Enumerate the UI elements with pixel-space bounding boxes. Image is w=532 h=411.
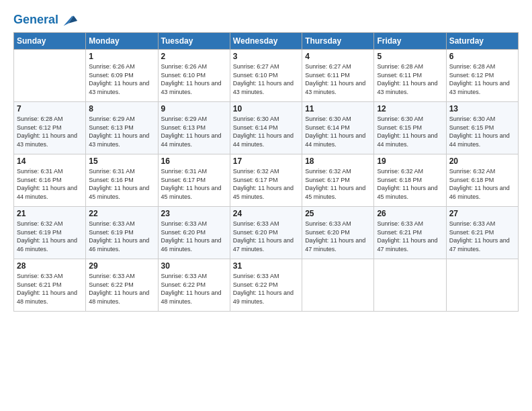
day-number: 5 <box>377 52 443 61</box>
calendar-cell: 9Sunrise: 6:29 AMSunset: 6:13 PMDaylight… <box>158 102 230 154</box>
calendar-cell: 18Sunrise: 6:32 AMSunset: 6:17 PMDayligh… <box>302 154 374 207</box>
calendar-cell: 10Sunrise: 6:30 AMSunset: 6:14 PMDayligh… <box>230 102 302 154</box>
calendar-cell <box>14 50 86 102</box>
day-info: Sunrise: 6:31 AMSunset: 6:17 PMDaylight:… <box>161 167 227 201</box>
day-info: Sunrise: 6:30 AMSunset: 6:14 PMDaylight:… <box>233 115 299 148</box>
day-info: Sunrise: 6:33 AMSunset: 6:22 PMDaylight:… <box>233 272 299 306</box>
calendar-cell: 24Sunrise: 6:33 AMSunset: 6:20 PMDayligh… <box>230 207 302 259</box>
calendar-cell: 17Sunrise: 6:32 AMSunset: 6:17 PMDayligh… <box>230 154 302 207</box>
day-info: Sunrise: 6:31 AMSunset: 6:16 PMDaylight:… <box>89 167 154 201</box>
calendar-cell: 26Sunrise: 6:33 AMSunset: 6:21 PMDayligh… <box>374 207 446 259</box>
calendar-table: SundayMondayTuesdayWednesdayThursdayFrid… <box>13 32 519 312</box>
logo-text: General <box>13 13 58 27</box>
calendar-cell: 30Sunrise: 6:33 AMSunset: 6:22 PMDayligh… <box>158 259 230 312</box>
week-row-4: 21Sunrise: 6:32 AMSunset: 6:19 PMDayligh… <box>14 207 519 259</box>
day-info: Sunrise: 6:33 AMSunset: 6:19 PMDaylight:… <box>89 220 154 253</box>
day-number: 22 <box>89 209 154 218</box>
day-number: 19 <box>377 156 443 166</box>
calendar-cell: 14Sunrise: 6:31 AMSunset: 6:16 PMDayligh… <box>14 154 86 207</box>
day-info: Sunrise: 6:29 AMSunset: 6:13 PMDaylight:… <box>89 115 154 148</box>
week-row-2: 7Sunrise: 6:28 AMSunset: 6:12 PMDaylight… <box>14 102 519 154</box>
day-number: 23 <box>161 209 227 218</box>
day-number: 25 <box>305 209 371 218</box>
calendar-cell <box>446 259 518 312</box>
weekday-header-tuesday: Tuesday <box>158 33 230 50</box>
day-number: 11 <box>305 104 371 113</box>
day-number: 16 <box>161 156 227 166</box>
day-info: Sunrise: 6:30 AMSunset: 6:15 PMDaylight:… <box>377 115 443 148</box>
day-info: Sunrise: 6:32 AMSunset: 6:18 PMDaylight:… <box>449 167 515 201</box>
day-number: 8 <box>89 104 154 113</box>
calendar-cell: 13Sunrise: 6:30 AMSunset: 6:15 PMDayligh… <box>446 102 518 154</box>
calendar-cell: 5Sunrise: 6:28 AMSunset: 6:11 PMDaylight… <box>374 50 446 102</box>
calendar-cell: 4Sunrise: 6:27 AMSunset: 6:11 PMDaylight… <box>302 50 374 102</box>
calendar-cell <box>374 259 446 312</box>
day-info: Sunrise: 6:31 AMSunset: 6:16 PMDaylight:… <box>17 167 83 201</box>
calendar-cell: 28Sunrise: 6:33 AMSunset: 6:21 PMDayligh… <box>14 259 86 312</box>
day-number: 17 <box>233 156 299 166</box>
day-number: 12 <box>377 104 443 113</box>
calendar-cell: 12Sunrise: 6:30 AMSunset: 6:15 PMDayligh… <box>374 102 446 154</box>
calendar-cell <box>302 259 374 312</box>
day-number: 14 <box>17 156 83 166</box>
day-number: 26 <box>377 209 443 218</box>
weekday-header-row: SundayMondayTuesdayWednesdayThursdayFrid… <box>14 33 519 50</box>
weekday-header-sunday: Sunday <box>14 33 86 50</box>
day-number: 1 <box>89 52 154 61</box>
calendar-cell: 29Sunrise: 6:33 AMSunset: 6:22 PMDayligh… <box>86 259 158 312</box>
header: General <box>13 11 519 27</box>
calendar-cell: 6Sunrise: 6:28 AMSunset: 6:12 PMDaylight… <box>446 50 518 102</box>
day-number: 29 <box>89 261 154 271</box>
day-number: 4 <box>305 52 371 61</box>
day-info: Sunrise: 6:26 AMSunset: 6:10 PMDaylight:… <box>161 62 227 96</box>
day-info: Sunrise: 6:28 AMSunset: 6:11 PMDaylight:… <box>377 62 443 96</box>
calendar-cell: 1Sunrise: 6:26 AMSunset: 6:09 PMDaylight… <box>86 50 158 102</box>
weekday-header-wednesday: Wednesday <box>230 33 302 50</box>
day-info: Sunrise: 6:26 AMSunset: 6:09 PMDaylight:… <box>89 62 154 96</box>
calendar-cell: 23Sunrise: 6:33 AMSunset: 6:20 PMDayligh… <box>158 207 230 259</box>
day-info: Sunrise: 6:32 AMSunset: 6:17 PMDaylight:… <box>305 167 371 201</box>
calendar-cell: 21Sunrise: 6:32 AMSunset: 6:19 PMDayligh… <box>14 207 86 259</box>
calendar-cell: 8Sunrise: 6:29 AMSunset: 6:13 PMDaylight… <box>86 102 158 154</box>
day-info: Sunrise: 6:28 AMSunset: 6:12 PMDaylight:… <box>17 115 83 148</box>
day-info: Sunrise: 6:30 AMSunset: 6:14 PMDaylight:… <box>305 115 371 148</box>
day-info: Sunrise: 6:33 AMSunset: 6:21 PMDaylight:… <box>17 272 83 306</box>
day-info: Sunrise: 6:27 AMSunset: 6:11 PMDaylight:… <box>305 62 371 96</box>
calendar-cell: 27Sunrise: 6:33 AMSunset: 6:21 PMDayligh… <box>446 207 518 259</box>
logo-icon <box>60 11 79 30</box>
day-number: 18 <box>305 156 371 166</box>
calendar-cell: 20Sunrise: 6:32 AMSunset: 6:18 PMDayligh… <box>446 154 518 207</box>
day-info: Sunrise: 6:28 AMSunset: 6:12 PMDaylight:… <box>449 62 515 96</box>
calendar-cell: 15Sunrise: 6:31 AMSunset: 6:16 PMDayligh… <box>86 154 158 207</box>
calendar-cell: 2Sunrise: 6:26 AMSunset: 6:10 PMDaylight… <box>158 50 230 102</box>
day-number: 13 <box>449 104 515 113</box>
day-info: Sunrise: 6:29 AMSunset: 6:13 PMDaylight:… <box>161 115 227 148</box>
day-number: 31 <box>233 261 299 271</box>
day-number: 21 <box>17 209 83 218</box>
day-info: Sunrise: 6:27 AMSunset: 6:10 PMDaylight:… <box>233 62 299 96</box>
day-number: 28 <box>17 261 83 271</box>
week-row-3: 14Sunrise: 6:31 AMSunset: 6:16 PMDayligh… <box>14 154 519 207</box>
day-number: 2 <box>161 52 227 61</box>
weekday-header-monday: Monday <box>86 33 158 50</box>
day-number: 6 <box>449 52 515 61</box>
calendar-cell: 3Sunrise: 6:27 AMSunset: 6:10 PMDaylight… <box>230 50 302 102</box>
calendar-cell: 16Sunrise: 6:31 AMSunset: 6:17 PMDayligh… <box>158 154 230 207</box>
day-number: 10 <box>233 104 299 113</box>
day-number: 20 <box>449 156 515 166</box>
week-row-1: 1Sunrise: 6:26 AMSunset: 6:09 PMDaylight… <box>14 50 519 102</box>
calendar-cell: 22Sunrise: 6:33 AMSunset: 6:19 PMDayligh… <box>86 207 158 259</box>
weekday-header-friday: Friday <box>374 33 446 50</box>
logo: General <box>13 11 79 27</box>
day-info: Sunrise: 6:30 AMSunset: 6:15 PMDaylight:… <box>449 115 515 148</box>
day-info: Sunrise: 6:33 AMSunset: 6:21 PMDaylight:… <box>377 220 443 253</box>
page: General SundayMondayTuesdayWednesdayThur… <box>0 0 532 411</box>
day-info: Sunrise: 6:33 AMSunset: 6:22 PMDaylight:… <box>161 272 227 306</box>
day-number: 30 <box>161 261 227 271</box>
weekday-header-saturday: Saturday <box>446 33 518 50</box>
calendar-cell: 31Sunrise: 6:33 AMSunset: 6:22 PMDayligh… <box>230 259 302 312</box>
calendar-cell: 19Sunrise: 6:32 AMSunset: 6:18 PMDayligh… <box>374 154 446 207</box>
day-number: 15 <box>89 156 154 166</box>
weekday-header-thursday: Thursday <box>302 33 374 50</box>
day-info: Sunrise: 6:32 AMSunset: 6:17 PMDaylight:… <box>233 167 299 201</box>
